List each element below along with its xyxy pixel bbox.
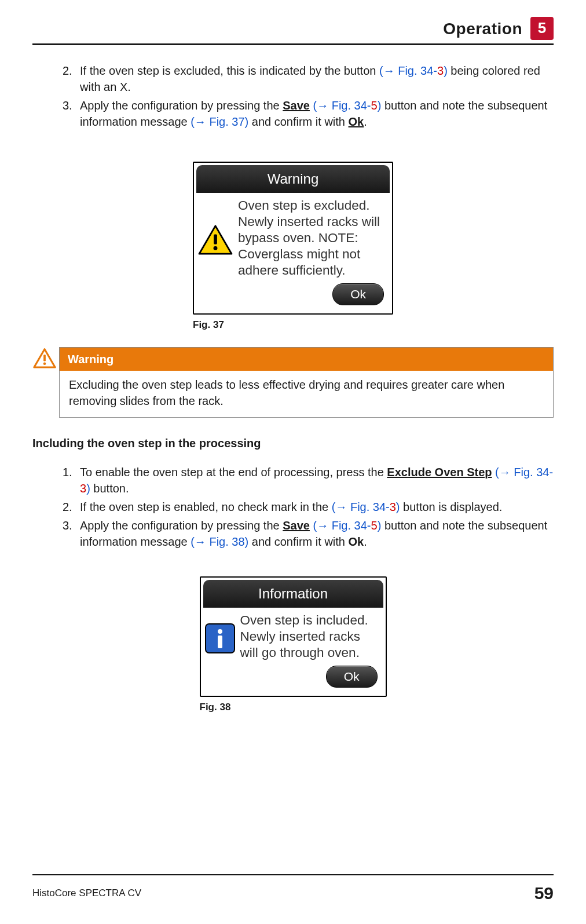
step-text: If the oven step is enabled, no check ma… <box>80 501 502 513</box>
ok-button[interactable]: Ok <box>326 666 378 688</box>
save-label: Save <box>283 99 310 112</box>
step-item: 2. If the oven step is enabled, no check… <box>63 499 554 515</box>
step-item: 2. If the oven step is excluded, this is… <box>63 63 554 95</box>
steps-list-a: 2. If the oven step is excluded, this is… <box>32 63 554 130</box>
step-number: 3. <box>63 517 72 534</box>
step-text: Apply the configuration by pressing the … <box>80 519 547 548</box>
svg-point-2 <box>214 246 218 250</box>
figure-38: Information Oven step is included. Newly… <box>32 576 554 714</box>
warning-callout-title: Warning <box>60 348 553 371</box>
step-item: 3. Apply the configuration by pressing t… <box>63 97 554 130</box>
step-text: Apply the configuration by pressing the … <box>80 99 547 128</box>
step-item: 1. To enable the oven step at the end of… <box>63 464 554 496</box>
figure-caption: Fig. 38 <box>200 700 387 714</box>
svg-rect-4 <box>43 355 46 361</box>
warning-dialog: Warning Oven step is excluded. Newly ins… <box>193 162 393 315</box>
step-text: To enable the oven step at the end of pr… <box>80 466 553 495</box>
save-label: Save <box>283 519 310 532</box>
figure-reference[interactable]: (→ Fig. 34-3) <box>332 501 400 513</box>
warning-triangle-icon <box>197 224 233 257</box>
page-number: 59 <box>534 881 554 905</box>
warning-callout: Warning Excluding the oven step leads to… <box>59 347 554 418</box>
figure-reference[interactable]: (→ Fig. 34-5) <box>310 519 381 532</box>
figure-reference[interactable]: (→ Fig. 37) <box>191 115 248 128</box>
warning-triangle-icon <box>33 348 56 370</box>
step-number: 3. <box>63 97 72 114</box>
figure-reference[interactable]: (→ Fig. 34-5) <box>310 99 381 112</box>
button-label: Exclude Oven Step <box>387 466 492 479</box>
step-number: 2. <box>63 499 72 515</box>
warning-callout-body: Excluding the oven step leads to less ef… <box>60 371 553 417</box>
page-header: Operation 5 <box>32 17 554 45</box>
chapter-number-badge: 5 <box>530 17 554 40</box>
steps-list-b: 1. To enable the oven step at the end of… <box>32 464 554 550</box>
information-dialog: Information Oven step is included. Newly… <box>200 576 387 697</box>
info-icon <box>204 623 236 654</box>
figure-caption: Fig. 37 <box>193 318 393 332</box>
step-text: If the oven step is excluded, this is in… <box>80 64 540 93</box>
dialog-body-text: Oven step is excluded. Newly inserted ra… <box>238 198 386 279</box>
svg-point-7 <box>218 629 222 634</box>
page-footer: HistoCore SPECTRA CV 59 <box>32 874 554 905</box>
step-item: 3. Apply the configuration by pressing t… <box>63 517 554 550</box>
chapter-title: Operation <box>443 17 522 40</box>
dialog-title: Information <box>203 580 383 608</box>
ok-label: Ok <box>349 115 364 128</box>
svg-rect-1 <box>214 234 217 244</box>
dialog-body-text: Oven step is included. Newly inserted ra… <box>240 612 380 661</box>
svg-point-5 <box>43 363 46 366</box>
ok-label: Ok <box>349 535 364 548</box>
step-number: 2. <box>63 63 72 79</box>
figure-37: Warning Oven step is excluded. Newly ins… <box>32 162 554 332</box>
figure-reference[interactable]: (→ Fig. 38) <box>191 535 248 548</box>
section-heading: Including the oven step in the processin… <box>32 435 554 451</box>
step-number: 1. <box>63 464 72 480</box>
svg-rect-8 <box>218 636 222 648</box>
figure-reference[interactable]: (→ Fig. 34-3) <box>379 64 448 77</box>
dialog-title: Warning <box>196 165 390 193</box>
ok-button[interactable]: Ok <box>332 283 384 305</box>
product-name: HistoCore SPECTRA CV <box>32 886 141 900</box>
